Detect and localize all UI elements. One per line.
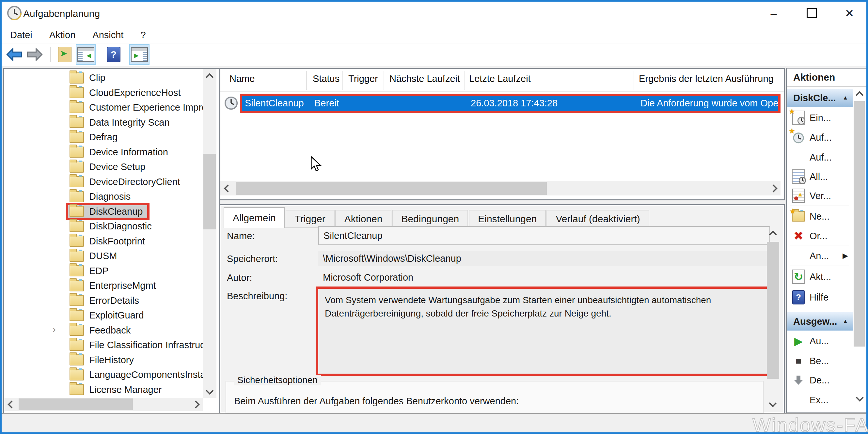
help-button[interactable]: ? (104, 45, 123, 64)
menu-datei[interactable]: Datei (2, 30, 41, 40)
folder-icon (69, 384, 84, 395)
collapse-icon[interactable]: ▲ (842, 95, 848, 101)
action-delete-folder[interactable]: ✖ Or... (787, 227, 852, 245)
tree-item[interactable]: DUSM (4, 249, 204, 264)
list-horizontal-scrollbar-thumb[interactable] (236, 182, 547, 195)
tab-trigger[interactable]: Trigger (286, 210, 335, 227)
action-new-folder[interactable]: ★ Ne... (787, 207, 852, 225)
action-enable-task-history[interactable]: ▲ Ver... (787, 187, 852, 205)
name-field[interactable]: SilentCleanup (318, 226, 770, 245)
tree-item[interactable]: ExploitGuard (4, 308, 204, 323)
tree-list: Clip CloudExperienceHost Customer Experi… (4, 70, 204, 395)
column-header-last-run[interactable]: Letzte Laufzeit (469, 73, 531, 84)
details-scroll-down-button[interactable] (766, 397, 779, 409)
maximize-button[interactable] (800, 4, 823, 23)
details-vertical-scrollbar-thumb[interactable] (767, 242, 779, 379)
action-help[interactable]: ? Hilfe (787, 288, 852, 306)
tree-horizontal-scrollbar-thumb[interactable] (19, 398, 133, 410)
task-row-silentcleanup[interactable]: SilentCleanup Bereit 26.03.2018 17:43:28… (221, 94, 780, 113)
back-button[interactable] (5, 45, 24, 64)
tree-item[interactable]: Customer Experience Improv (4, 100, 204, 115)
tab-verlauf[interactable]: Verlauf (deaktiviert) (547, 210, 649, 227)
action-export[interactable]: Ex... (787, 391, 852, 409)
list-scroll-left-button[interactable] (221, 182, 234, 195)
tree-vertical-scrollbar[interactable] (203, 69, 216, 398)
action-refresh[interactable]: ↻ Akt... (787, 268, 852, 286)
description-field-red-box[interactable]: Vom System verwendete Wartungsaufgabe zu… (316, 286, 769, 376)
minimize-button[interactable]: – (762, 4, 785, 23)
tab-einstellungen[interactable]: Einstellungen (469, 210, 546, 227)
menu-aktion[interactable]: Aktion (41, 30, 84, 40)
column-header-trigger[interactable]: Trigger (348, 73, 378, 84)
details-scroll-up-button[interactable] (766, 227, 779, 240)
action-disable[interactable]: De... (787, 371, 852, 389)
close-button[interactable]: × (838, 4, 861, 23)
tree-item[interactable]: CloudExperienceHost (4, 86, 204, 100)
tree-item[interactable]: Device Setup (4, 160, 204, 175)
actions-scroll-up-button[interactable] (853, 88, 866, 100)
actions-group-diskcleanup[interactable]: DiskCle... ▲ (787, 89, 852, 107)
tree-scroll-up-button[interactable] (203, 69, 216, 83)
tree-scroll-down-button[interactable] (203, 384, 216, 397)
action-end[interactable]: ■ Be... (787, 352, 852, 370)
tree-item[interactable]: DiskDiagnostic (4, 219, 204, 234)
tree-item[interactable]: License Manager (4, 382, 204, 395)
folder-icon (69, 325, 84, 336)
toolbar-separator (50, 47, 51, 62)
action-import-task[interactable]: Auf... (787, 148, 852, 166)
tree-item[interactable]: Data Integrity Scan (4, 115, 204, 130)
actions-scroll-down-button[interactable] (853, 391, 866, 404)
tree-item[interactable]: DeviceDirectoryClient (4, 175, 204, 190)
column-separator[interactable] (342, 71, 343, 90)
tree-item[interactable]: LanguageComponentsInstall (4, 367, 204, 382)
export-list-button[interactable]: ➤ (56, 45, 74, 64)
list-scroll-right-button[interactable] (767, 182, 780, 195)
menu-hilfe[interactable]: ? (132, 30, 154, 40)
column-header-last-result[interactable]: Ergebnis der letzten Ausführung (639, 73, 774, 84)
tab-aktionen[interactable]: Aktionen (335, 210, 392, 227)
column-separator[interactable] (633, 71, 634, 90)
submenu-arrow-icon: ▶ (842, 252, 848, 260)
column-separator[interactable] (383, 71, 384, 90)
expander-icon[interactable]: › (53, 324, 56, 335)
tree-item[interactable]: ErrorDetails (4, 293, 204, 308)
export-list-icon: ➤ (58, 46, 71, 62)
annotation-red-box: SilentCleanup Bereit 26.03.2018 17:43:28… (240, 94, 780, 113)
chevron-left-icon (224, 184, 231, 192)
column-separator[interactable] (306, 71, 307, 90)
menu-ansicht[interactable]: Ansicht (84, 30, 132, 40)
tree-item[interactable]: Clip (4, 70, 204, 86)
tree-scroll-right-button[interactable] (189, 398, 202, 411)
tree-item[interactable]: ›Feedback (4, 323, 204, 338)
tree-scroll-left-button[interactable] (5, 398, 18, 411)
tree-item[interactable]: EnterpriseMgmt (4, 278, 204, 293)
task-last-run-cell: 26.03.2018 17:43:28 (471, 98, 558, 108)
tab-bedingungen[interactable]: Bedingungen (392, 210, 468, 227)
tree-item[interactable]: Diagnosis (4, 189, 204, 204)
action-view[interactable]: An... ▶ (787, 247, 852, 265)
forward-button[interactable] (26, 45, 44, 64)
collapse-icon[interactable]: ▲ (842, 318, 848, 325)
tree-item-selected[interactable]: DiskCleanup (4, 204, 204, 219)
toggle-action-pane-button[interactable]: ▶ (129, 44, 150, 65)
action-create-basic-task[interactable]: ★ Ein... (787, 108, 852, 127)
tab-allgemein[interactable]: Allgemein (224, 207, 285, 228)
tree-item[interactable]: DiskFootprint (4, 234, 204, 249)
tree-item[interactable]: Defrag (4, 130, 204, 145)
tree-vertical-scrollbar-thumb[interactable] (204, 154, 216, 229)
actions-vertical-scrollbar-thumb[interactable] (854, 101, 865, 346)
column-header-next-run[interactable]: Nächste Laufzeit (390, 73, 460, 84)
tree-item[interactable]: File Classification Infrastructu (4, 338, 204, 353)
action-run[interactable]: ▶ Au... (787, 332, 852, 350)
actions-group-selected-item[interactable]: Ausgew... ▲ (787, 312, 852, 331)
toggle-console-tree-button[interactable]: ◀ (76, 44, 96, 65)
tree-item[interactable]: FileHistory (4, 353, 204, 368)
console-tree-panel: Clip CloudExperienceHost Customer Experi… (3, 68, 220, 414)
action-show-running-tasks[interactable]: All... (787, 167, 852, 186)
column-header-name[interactable]: Name (229, 73, 255, 84)
column-header-status[interactable]: Status (313, 73, 340, 84)
action-create-task[interactable]: ★ Auf... (787, 128, 852, 147)
column-separator[interactable] (464, 71, 465, 90)
tree-item[interactable]: EDP (4, 264, 204, 279)
tree-item[interactable]: Device Information (4, 145, 204, 160)
